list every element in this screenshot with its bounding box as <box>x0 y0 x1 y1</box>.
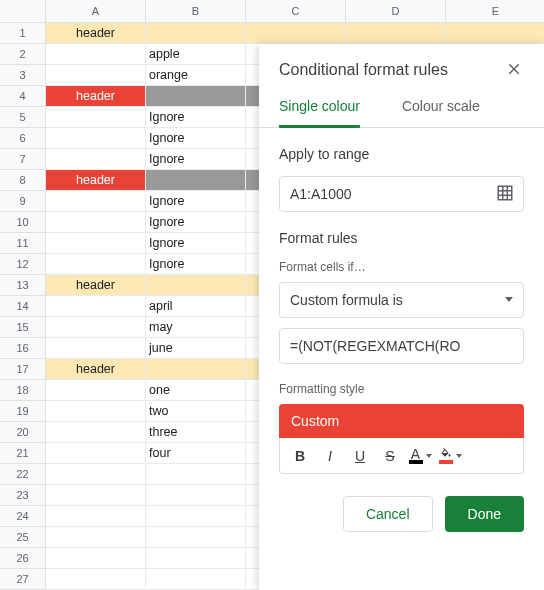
cell[interactable]: four <box>146 443 246 464</box>
row-header[interactable]: 26 <box>0 548 46 569</box>
underline-button[interactable]: U <box>346 442 374 470</box>
cell[interactable] <box>46 485 146 506</box>
cell[interactable]: apple <box>146 44 246 65</box>
cell[interactable] <box>146 170 246 191</box>
row-header[interactable]: 19 <box>0 401 46 422</box>
cell[interactable] <box>46 548 146 569</box>
cell[interactable] <box>246 23 346 44</box>
cell[interactable]: one <box>146 380 246 401</box>
column-header[interactable]: A <box>46 0 146 23</box>
row-header[interactable]: 12 <box>0 254 46 275</box>
formula-input[interactable] <box>279 328 524 364</box>
cell[interactable]: april <box>146 296 246 317</box>
cell[interactable]: Ignore <box>146 212 246 233</box>
cell[interactable] <box>46 401 146 422</box>
bold-button[interactable]: B <box>286 442 314 470</box>
cell[interactable]: header <box>46 23 146 44</box>
cell[interactable] <box>146 506 246 527</box>
cell[interactable] <box>46 464 146 485</box>
tab-colour-scale[interactable]: Colour scale <box>402 98 480 128</box>
rule-type-dropdown[interactable]: Custom formula is <box>279 282 524 318</box>
cell[interactable] <box>146 359 246 380</box>
cell[interactable] <box>146 23 246 44</box>
italic-button[interactable]: I <box>316 442 344 470</box>
row-header[interactable]: 8 <box>0 170 46 191</box>
row-header[interactable]: 2 <box>0 44 46 65</box>
cell[interactable] <box>346 23 446 44</box>
cell[interactable]: Ignore <box>146 128 246 149</box>
cell[interactable]: orange <box>146 65 246 86</box>
row-header[interactable]: 10 <box>0 212 46 233</box>
cell[interactable] <box>46 422 146 443</box>
row-header[interactable]: 9 <box>0 191 46 212</box>
cell[interactable] <box>46 107 146 128</box>
row-header[interactable]: 22 <box>0 464 46 485</box>
cell[interactable] <box>446 23 544 44</box>
row-header[interactable]: 11 <box>0 233 46 254</box>
cell[interactable] <box>46 191 146 212</box>
row-header[interactable]: 4 <box>0 86 46 107</box>
cancel-button[interactable]: Cancel <box>343 496 433 532</box>
row-header[interactable]: 16 <box>0 338 46 359</box>
cell[interactable] <box>146 485 246 506</box>
row-header[interactable]: 5 <box>0 107 46 128</box>
cell[interactable] <box>46 380 146 401</box>
row-header[interactable]: 13 <box>0 275 46 296</box>
row-header[interactable]: 15 <box>0 317 46 338</box>
cell[interactable] <box>146 527 246 548</box>
row-header[interactable]: 7 <box>0 149 46 170</box>
cell[interactable] <box>46 443 146 464</box>
row-header[interactable]: 6 <box>0 128 46 149</box>
cell[interactable]: header <box>46 275 146 296</box>
row-header[interactable]: 25 <box>0 527 46 548</box>
cell[interactable]: header <box>46 86 146 107</box>
cell[interactable] <box>46 506 146 527</box>
cell[interactable] <box>46 128 146 149</box>
row-header[interactable]: 18 <box>0 380 46 401</box>
fill-color-button[interactable] <box>436 442 464 470</box>
cell[interactable] <box>46 527 146 548</box>
tab-single-colour[interactable]: Single colour <box>279 98 360 128</box>
cell[interactable] <box>146 548 246 569</box>
cell[interactable] <box>46 338 146 359</box>
row-header[interactable]: 21 <box>0 443 46 464</box>
row-header[interactable]: 17 <box>0 359 46 380</box>
cell[interactable] <box>146 86 246 107</box>
cell[interactable] <box>46 317 146 338</box>
cell[interactable] <box>46 296 146 317</box>
corner-select-all[interactable] <box>0 0 46 23</box>
cell[interactable]: header <box>46 170 146 191</box>
cell[interactable]: june <box>146 338 246 359</box>
cell[interactable] <box>46 149 146 170</box>
column-header[interactable]: B <box>146 0 246 23</box>
cell[interactable]: two <box>146 401 246 422</box>
done-button[interactable]: Done <box>445 496 524 532</box>
column-header[interactable]: D <box>346 0 446 23</box>
cell[interactable]: Ignore <box>146 254 246 275</box>
cell[interactable]: Ignore <box>146 149 246 170</box>
close-icon[interactable] <box>504 60 524 80</box>
cell[interactable]: may <box>146 317 246 338</box>
row-header[interactable]: 24 <box>0 506 46 527</box>
cell[interactable]: Ignore <box>146 107 246 128</box>
row-header[interactable]: 1 <box>0 23 46 44</box>
row-header[interactable]: 20 <box>0 422 46 443</box>
cell[interactable] <box>46 254 146 275</box>
cell[interactable]: three <box>146 422 246 443</box>
cell[interactable] <box>46 212 146 233</box>
cell[interactable]: Ignore <box>146 233 246 254</box>
range-select-icon[interactable] <box>496 184 516 204</box>
text-color-button[interactable]: A <box>406 442 434 470</box>
strikethrough-button[interactable]: S <box>376 442 404 470</box>
row-header[interactable]: 23 <box>0 485 46 506</box>
row-header[interactable]: 3 <box>0 65 46 86</box>
cell[interactable] <box>146 569 246 590</box>
cell[interactable] <box>46 233 146 254</box>
cell[interactable] <box>46 569 146 590</box>
cell[interactable]: header <box>46 359 146 380</box>
column-header[interactable]: C <box>246 0 346 23</box>
cell[interactable] <box>46 44 146 65</box>
cell[interactable] <box>146 275 246 296</box>
row-header[interactable]: 27 <box>0 569 46 590</box>
column-header[interactable]: E <box>446 0 544 23</box>
